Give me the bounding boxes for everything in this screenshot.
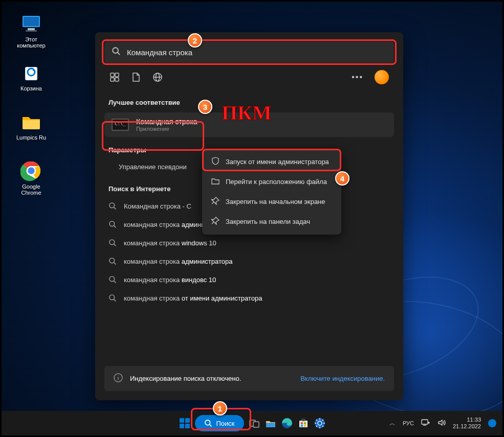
ctx-label: Закрепить на панели задач xyxy=(226,218,310,225)
volume-icon[interactable] xyxy=(437,419,446,428)
svg-rect-12 xyxy=(115,73,119,77)
context-menu: Запуск от имени администратора Перейти к… xyxy=(202,149,341,235)
ctx-run-as-admin[interactable]: Запуск от имени администратора xyxy=(205,152,338,172)
cmd-icon: C:\_ xyxy=(112,119,129,131)
desktop-icon-this-pc[interactable]: Этот компьютер xyxy=(11,13,52,49)
desktop-icon-chrome[interactable]: Google Chrome xyxy=(11,160,52,196)
svg-point-20 xyxy=(109,221,115,226)
svg-rect-33 xyxy=(179,418,184,423)
svg-point-9 xyxy=(113,48,118,53)
documents-filter-icon[interactable] xyxy=(131,72,141,82)
ctx-label: Закрепить на начальном экране xyxy=(226,198,325,205)
web-filter-icon[interactable] xyxy=(152,72,163,82)
desktop-icon-label: Этот компьютер xyxy=(11,36,52,49)
filter-row: ••• xyxy=(95,63,403,89)
desktop-icon-label: Корзина xyxy=(11,85,52,91)
best-match-title: Командная строка xyxy=(136,118,197,126)
web-suggestion[interactable]: командная строка от имени администратора xyxy=(102,289,396,307)
desktop-icon-label: Lumpics Ru xyxy=(11,134,52,141)
taskbar-search-label: Поиск xyxy=(216,420,234,427)
language-indicator[interactable]: РУС xyxy=(403,420,414,426)
indexing-bar: Индексирование поиска отключено. Включит… xyxy=(104,366,394,391)
network-icon[interactable] xyxy=(421,419,430,428)
search-icon xyxy=(112,47,121,58)
notification-badge[interactable] xyxy=(488,419,496,427)
svg-rect-46 xyxy=(304,422,306,424)
enable-indexing-link[interactable]: Включите индексирование. xyxy=(300,375,385,382)
svg-rect-3 xyxy=(26,30,37,32)
svg-line-27 xyxy=(114,281,116,283)
desktop-icon-recycle-bin[interactable]: Корзина xyxy=(11,62,52,91)
desktop-icon-label: Google Chrome xyxy=(11,183,52,196)
svg-rect-13 xyxy=(111,78,114,81)
svg-point-18 xyxy=(109,203,115,208)
svg-rect-2 xyxy=(28,28,35,30)
edge-icon[interactable] xyxy=(281,417,293,429)
svg-rect-45 xyxy=(301,422,303,424)
more-icon[interactable]: ••• xyxy=(352,73,363,82)
best-match-subtitle: Приложение xyxy=(136,126,197,132)
svg-point-37 xyxy=(205,420,210,425)
taskbar: Поиск ︿ РУС 11:33 21.12.2022 xyxy=(2,411,502,435)
web-suggestion[interactable]: командная строка виндовс 10 xyxy=(102,270,396,289)
svg-point-28 xyxy=(109,295,115,300)
svg-rect-34 xyxy=(185,418,189,423)
taskbar-search[interactable]: Поиск xyxy=(194,415,244,431)
index-disabled-text: Индексирование поиска отключено. xyxy=(130,375,241,382)
ctx-label: Перейти к расположению файла xyxy=(226,178,327,186)
tray-chevron-icon[interactable]: ︿ xyxy=(389,419,396,428)
svg-line-29 xyxy=(114,299,116,301)
svg-line-23 xyxy=(114,244,116,246)
svg-rect-43 xyxy=(299,421,308,427)
pin-icon xyxy=(211,217,220,226)
svg-line-38 xyxy=(209,424,211,426)
task-view-icon[interactable] xyxy=(248,417,260,429)
svg-line-21 xyxy=(114,225,116,227)
svg-point-24 xyxy=(109,258,115,263)
info-icon xyxy=(114,373,123,384)
recycle-icon xyxy=(20,62,42,83)
svg-rect-36 xyxy=(185,424,189,428)
svg-rect-59 xyxy=(422,420,428,424)
chrome-icon xyxy=(20,160,42,181)
apps-filter-icon[interactable] xyxy=(109,72,120,82)
ctx-open-location[interactable]: Перейти к расположению файла xyxy=(205,172,338,192)
svg-point-22 xyxy=(109,240,115,245)
web-suggestion[interactable]: командная строка администратора xyxy=(102,252,396,270)
svg-rect-1 xyxy=(24,17,39,26)
ctx-pin-taskbar[interactable]: Закрепить на панели задач xyxy=(205,212,338,232)
svg-rect-47 xyxy=(301,425,303,427)
start-button[interactable] xyxy=(178,417,190,429)
svg-line-25 xyxy=(114,262,116,264)
svg-rect-14 xyxy=(115,78,119,81)
ctx-pin-start[interactable]: Закрепить на начальном экране xyxy=(205,192,338,212)
search-box[interactable] xyxy=(104,41,394,63)
explorer-icon[interactable] xyxy=(265,417,277,429)
shield-icon xyxy=(211,157,220,167)
svg-line-10 xyxy=(118,53,120,55)
svg-line-19 xyxy=(114,207,116,209)
ctx-label: Запуск от имени администратора xyxy=(226,158,329,166)
monitor-icon xyxy=(20,13,42,34)
store-icon[interactable] xyxy=(297,417,310,429)
time: 11:33 xyxy=(453,417,481,423)
svg-rect-11 xyxy=(111,73,114,77)
best-match-result[interactable]: C:\_ Командная строка Приложение xyxy=(104,112,394,137)
svg-rect-40 xyxy=(253,422,259,427)
settings-icon[interactable] xyxy=(314,417,326,429)
svg-rect-35 xyxy=(179,424,184,428)
user-avatar[interactable] xyxy=(375,70,389,84)
date: 21.12.2022 xyxy=(453,423,481,430)
svg-point-26 xyxy=(109,277,115,282)
folder-open-icon xyxy=(211,177,220,187)
svg-rect-48 xyxy=(304,425,306,427)
folder-icon xyxy=(20,111,42,132)
web-suggestion[interactable]: командная строка windows 10 xyxy=(102,234,396,252)
section-best-match: Лучшее соответствие xyxy=(95,89,403,110)
desktop-icon-folder[interactable]: Lumpics Ru xyxy=(11,111,52,141)
svg-rect-41 xyxy=(266,423,275,427)
clock[interactable]: 11:33 21.12.2022 xyxy=(453,417,481,430)
search-input[interactable] xyxy=(127,48,387,57)
pin-icon xyxy=(211,197,220,206)
